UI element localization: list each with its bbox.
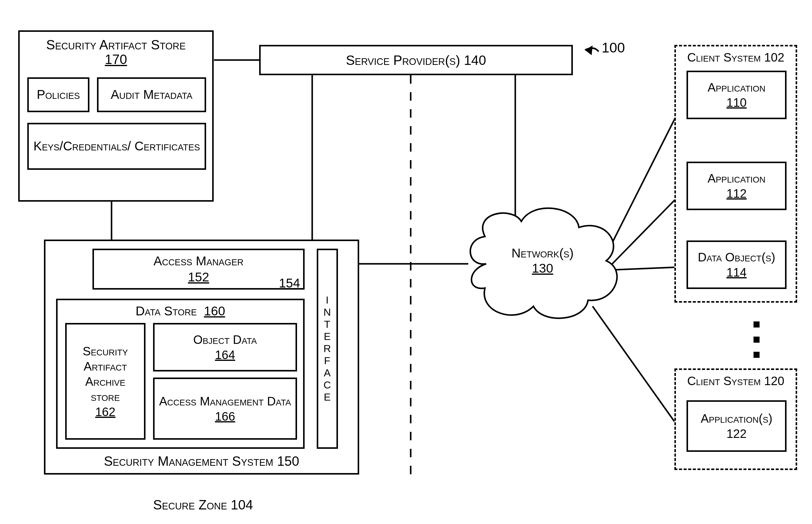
app-112-box: Application 112	[687, 162, 786, 210]
saa-box: Security Artifact Archive store 162	[65, 323, 146, 440]
amd-box: Access Management Data 166	[153, 378, 297, 440]
kcc-label: Keys/Credentials/ Certificates	[33, 138, 200, 154]
svg-line-8	[612, 190, 685, 264]
svg-line-10	[593, 306, 674, 422]
artifact-store-box: Security Artifact Store 170 Policies Aud…	[18, 30, 214, 202]
app-122-box: Application(s) 122	[687, 400, 786, 452]
sms-title: Security Management System 150	[46, 454, 358, 469]
network-num: 130	[532, 261, 553, 275]
app-112-num: 112	[727, 186, 747, 201]
data-object-114-box: Data Object(s) 114	[687, 241, 786, 289]
saa-num: 162	[95, 404, 116, 420]
policies-box: Policies	[27, 77, 89, 112]
artifact-store-title: Security Artifact Store	[20, 37, 212, 52]
secure-zone-label: Secure Zone 104	[153, 497, 253, 512]
access-manager-num: 152	[188, 269, 209, 285]
artifact-store-num: 170	[20, 52, 212, 67]
data-store-title: Data Store	[135, 304, 197, 318]
network-label: Network(s) 130	[503, 246, 582, 276]
access-manager-box: Access Manager 152	[92, 249, 305, 290]
amd-label: Access Management Data	[159, 394, 291, 409]
svg-rect-11	[754, 322, 760, 327]
policies-label: Policies	[37, 87, 80, 103]
svg-line-7	[608, 99, 685, 252]
object-data-box: Object Data 164	[153, 323, 297, 372]
client-system-102-title: Client System 102	[676, 51, 796, 64]
app-112-label: Application	[707, 171, 765, 186]
svg-rect-12	[754, 337, 760, 343]
client-system-120-box: Client System 120 Application(s) 122	[674, 369, 797, 470]
app-110-box: Application 110	[687, 71, 786, 119]
data-store-box: Data Store 160 Security Artifact Archive…	[56, 299, 305, 449]
data-object-114-label: Data Object(s)	[698, 249, 775, 265]
audit-metadata-label: Audit Metadata	[111, 87, 192, 103]
svg-rect-13	[754, 352, 760, 358]
service-provider-label: Service Provider(s) 140	[346, 52, 486, 68]
interface-callout-num: 154	[279, 276, 300, 291]
client-system-120-title: Client System 120	[676, 374, 796, 388]
access-manager-label: Access Manager	[153, 253, 243, 269]
app-110-label: Application	[707, 80, 765, 95]
app-110-num: 110	[727, 95, 747, 110]
data-store-num: 160	[204, 304, 225, 318]
app-122-label: Application(s) 122	[691, 411, 783, 441]
saa-label: Security Artifact Archive store	[69, 344, 141, 404]
data-object-114-num: 114	[727, 265, 747, 280]
object-data-num: 164	[215, 347, 235, 362]
interface-label: INTERFACE	[321, 294, 334, 403]
svg-marker-14	[585, 46, 593, 55]
audit-metadata-box: Audit Metadata	[97, 77, 206, 112]
svg-line-9	[612, 267, 685, 270]
kcc-box: Keys/Credentials/ Certificates	[27, 123, 206, 170]
interface-box: INTERFACE	[317, 249, 338, 449]
object-data-label: Object Data	[193, 332, 257, 347]
amd-num: 166	[215, 409, 235, 424]
figure-ref: 100	[602, 39, 625, 56]
client-system-102-box: Client System 102 Application 110 Applic…	[674, 45, 797, 302]
sms-box: Security Management System 150 Access Ma…	[44, 240, 359, 475]
service-provider-box: Service Provider(s) 140	[259, 45, 573, 75]
